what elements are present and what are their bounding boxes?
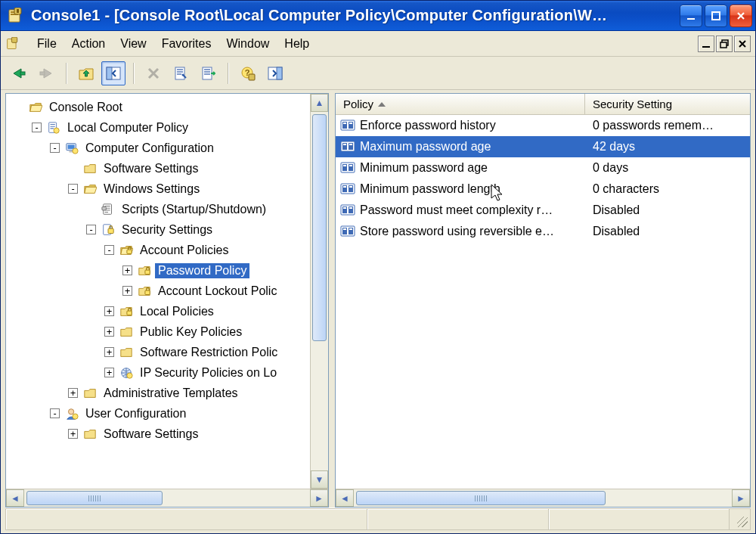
- export-list-button[interactable]: [196, 61, 220, 85]
- forward-button[interactable]: [34, 61, 58, 85]
- scroll-left-arrow-icon[interactable]: ◄: [336, 489, 354, 507]
- horizontal-scrollbar[interactable]: ◄ ►: [6, 489, 328, 507]
- policy-list[interactable]: Enforce password history0 passwords reme…: [336, 115, 750, 242]
- collapse-toggle-icon[interactable]: -: [50, 408, 60, 418]
- tree-item[interactable]: +Administrative Templates: [11, 383, 310, 403]
- scroll-up-arrow-icon[interactable]: ▲: [311, 94, 328, 112]
- close-button[interactable]: [730, 5, 752, 27]
- back-button[interactable]: [7, 61, 31, 85]
- menu-favorites[interactable]: Favorites: [160, 36, 213, 52]
- svg-rect-34: [127, 250, 132, 253]
- expand-toggle-icon[interactable]: +: [104, 347, 114, 357]
- properties-button[interactable]: [169, 61, 193, 85]
- folder-icon: [82, 386, 98, 401]
- mdi-restore-button[interactable]: [716, 36, 733, 52]
- svg-rect-60: [343, 186, 346, 188]
- policy-row[interactable]: Enforce password history0 passwords reme…: [336, 115, 750, 136]
- maximize-button[interactable]: [705, 5, 727, 27]
- tree-item[interactable]: ·Console Root: [11, 97, 310, 117]
- tree-item-label: Administrative Templates: [101, 386, 241, 401]
- collapse-toggle-icon[interactable]: -: [32, 123, 42, 132]
- scroll-thumb[interactable]: [312, 114, 327, 341]
- toolbar-separator: [133, 63, 134, 84]
- menu-file[interactable]: File: [36, 36, 58, 52]
- tree-item[interactable]: -User Configuration: [11, 403, 310, 424]
- ipsec-icon: [119, 365, 134, 380]
- svg-rect-51: [349, 144, 352, 145]
- scroll-track[interactable]: [311, 112, 328, 470]
- policy-row[interactable]: Minimum password age0 days: [336, 157, 750, 179]
- column-header-policy[interactable]: Policy: [336, 94, 585, 114]
- help-button[interactable]: ?: [236, 61, 260, 85]
- show-hide-action-pane-button[interactable]: [263, 61, 287, 85]
- console-tree[interactable]: ·Console Root-Local Computer Policy-Comp…: [6, 94, 310, 447]
- show-hide-console-tree-button[interactable]: [101, 61, 125, 85]
- scroll-down-arrow-icon[interactable]: ▼: [311, 470, 328, 489]
- menu-action[interactable]: Action: [70, 36, 107, 52]
- tree-item[interactable]: +Public Key Policies: [11, 321, 310, 342]
- status-cell: [5, 508, 367, 530]
- policy-row[interactable]: Minimum password length0 characters: [336, 179, 750, 200]
- expand-toggle-icon[interactable]: +: [104, 327, 114, 337]
- policy-row[interactable]: Password must meet complexity r…Disabled: [336, 200, 750, 221]
- minimize-button[interactable]: [680, 5, 702, 27]
- expand-toggle-icon[interactable]: +: [68, 388, 78, 398]
- tree-item[interactable]: -Account Policies: [11, 240, 310, 260]
- tree-item[interactable]: +Password Policy: [11, 260, 310, 281]
- svg-rect-21: [249, 74, 255, 80]
- tree-item[interactable]: +Account Lockout Polic: [11, 281, 310, 301]
- console-tree-body: ·Console Root-Local Computer Policy-Comp…: [6, 94, 328, 489]
- folder-lock-open-icon: [119, 243, 134, 258]
- expand-toggle-icon[interactable]: +: [104, 368, 114, 377]
- tree-item[interactable]: -Computer Configuration: [11, 138, 310, 158]
- menu-help[interactable]: Help: [283, 36, 311, 52]
- collapse-toggle-icon[interactable]: -: [68, 184, 78, 194]
- policy-item-icon: [340, 224, 355, 239]
- expand-toggle-icon[interactable]: +: [122, 265, 132, 275]
- security-setting-value: Disabled: [585, 225, 750, 238]
- scroll-right-arrow-icon[interactable]: ►: [732, 489, 750, 507]
- tree-item[interactable]: -Windows Settings: [11, 179, 310, 199]
- work-area: ·Console Root-Local Computer Policy-Comp…: [1, 90, 755, 508]
- up-one-level-button[interactable]: [74, 61, 98, 85]
- tree-item[interactable]: +Software Settings: [11, 424, 310, 444]
- scroll-thumb[interactable]: [356, 491, 606, 505]
- tree-item[interactable]: ·Scripts (Startup/Shutdown): [11, 199, 310, 219]
- tree-item[interactable]: +Local Policies: [11, 301, 310, 321]
- script-icon: [101, 202, 116, 217]
- tree-item[interactable]: +Software Restriction Polic: [11, 342, 310, 362]
- policy-row[interactable]: Store password using reversible e…Disabl…: [336, 221, 750, 242]
- list-header: Policy Security Setting: [336, 94, 750, 115]
- tree-item[interactable]: -Security Settings: [11, 219, 310, 240]
- delete-button[interactable]: [141, 61, 166, 85]
- tree-item-label: User Configuration: [82, 406, 189, 421]
- scroll-thumb[interactable]: [26, 491, 163, 505]
- mdi-minimize-button[interactable]: [698, 36, 714, 52]
- policy-name: Password must meet complexity r…: [360, 203, 553, 217]
- tree-item[interactable]: +IP Security Policies on Lo: [11, 362, 310, 383]
- scroll-right-arrow-icon[interactable]: ►: [310, 489, 328, 507]
- column-header-security-setting[interactable]: Security Setting: [585, 94, 750, 114]
- policy-row[interactable]: Maximum password age42 days: [336, 136, 750, 157]
- vertical-scrollbar[interactable]: ▲ ▼: [310, 94, 328, 489]
- expand-toggle-icon[interactable]: +: [104, 306, 114, 316]
- tree-item[interactable]: ·Software Settings: [11, 158, 310, 179]
- collapse-toggle-icon[interactable]: -: [104, 245, 114, 255]
- mdi-close-button[interactable]: [734, 36, 751, 52]
- collapse-toggle-icon[interactable]: -: [86, 225, 96, 234]
- policy-name: Minimum password length: [360, 182, 500, 196]
- expand-toggle-icon[interactable]: +: [68, 429, 78, 439]
- svg-rect-45: [343, 123, 346, 124]
- tree-item[interactable]: -Local Computer Policy: [11, 117, 310, 138]
- policy-item-icon: [340, 139, 355, 154]
- scroll-track[interactable]: [354, 489, 732, 507]
- collapse-toggle-icon[interactable]: -: [50, 143, 60, 153]
- horizontal-scrollbar[interactable]: ◄ ►: [336, 489, 750, 507]
- scroll-track[interactable]: [24, 489, 310, 507]
- menu-window[interactable]: Window: [225, 36, 271, 52]
- resize-grip-icon[interactable]: [730, 508, 751, 530]
- svg-rect-6: [712, 12, 720, 20]
- menu-view[interactable]: View: [119, 36, 147, 52]
- scroll-left-arrow-icon[interactable]: ◄: [6, 489, 24, 507]
- expand-toggle-icon[interactable]: +: [122, 286, 132, 296]
